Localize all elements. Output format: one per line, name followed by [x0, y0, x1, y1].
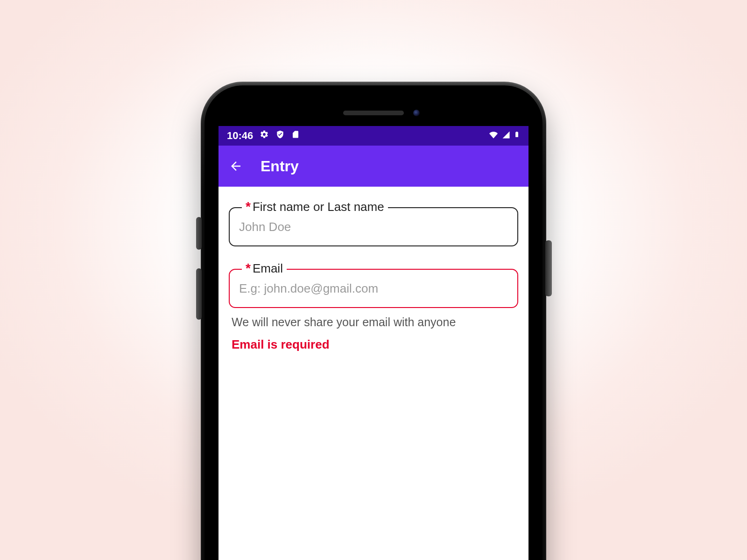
app-bar: Entry: [218, 146, 529, 187]
email-helper-text: We will never share your email with anyo…: [232, 315, 518, 329]
shield-icon: [275, 130, 285, 142]
power-button: [545, 240, 552, 296]
phone-speaker: [343, 111, 404, 115]
gear-icon: [260, 130, 269, 142]
wifi-icon: [488, 130, 499, 142]
phone-camera: [413, 110, 420, 116]
required-mark: *: [246, 200, 251, 213]
required-mark: *: [246, 262, 251, 275]
email-input[interactable]: [238, 281, 509, 296]
status-right: [488, 129, 520, 142]
name-label: * First name or Last name: [242, 200, 388, 214]
sd-card-icon: [291, 130, 300, 142]
email-error-text: Email is required: [232, 337, 518, 352]
phone-screen: 10:46: [218, 126, 529, 560]
battery-icon: [514, 129, 520, 142]
email-label-text: Email: [253, 261, 283, 276]
status-time: 10:46: [227, 130, 253, 142]
name-label-text: First name or Last name: [253, 200, 384, 214]
phone-frame: 10:46: [201, 82, 546, 560]
stage: 10:46: [0, 0, 747, 560]
page-title: Entry: [261, 158, 299, 175]
status-left: 10:46: [227, 130, 300, 142]
name-input[interactable]: [238, 219, 509, 235]
name-field: * First name or Last name: [229, 207, 518, 246]
volume-down-button: [196, 268, 202, 320]
arrow-left-icon: [229, 159, 243, 173]
email-field: * Email We will never share your email w…: [229, 269, 518, 352]
email-label: * Email: [242, 261, 287, 276]
volume-up-button: [196, 217, 202, 250]
signal-icon: [501, 130, 511, 142]
status-bar: 10:46: [218, 126, 529, 146]
form-content: * First name or Last name * Email: [218, 187, 529, 352]
back-button[interactable]: [229, 159, 243, 173]
